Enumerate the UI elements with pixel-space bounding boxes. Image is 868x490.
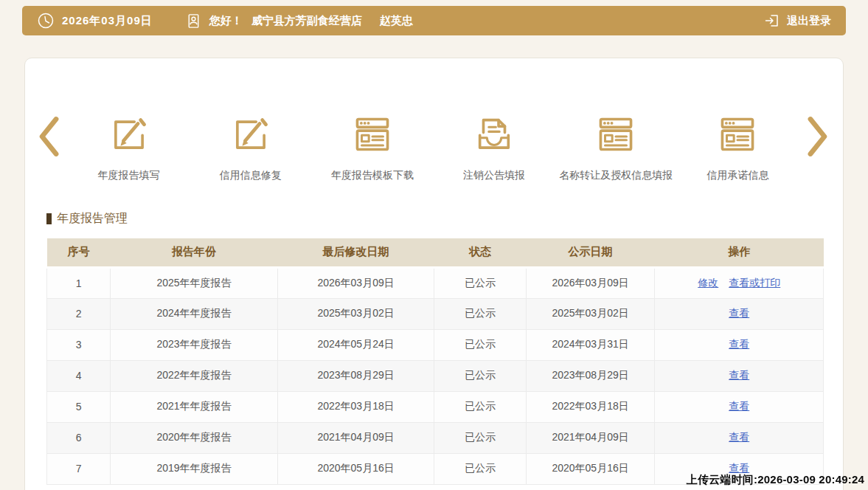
- cell-actions: 修改查看或打印: [655, 267, 824, 298]
- company-name: 威宁县方芳副食经营店: [251, 14, 362, 28]
- cell-report-year: 2020年年度报告: [111, 422, 277, 453]
- upload-timestamp-watermark: 上传云端时间:2026-03-09 20:49:24: [687, 473, 864, 487]
- cell-status: 已公示: [434, 267, 526, 298]
- form-icon: [351, 113, 394, 156]
- action-link[interactable]: 查看: [729, 307, 749, 319]
- cell-status: 已公示: [434, 360, 526, 391]
- clock-icon: [37, 12, 55, 30]
- action-link[interactable]: 查看: [729, 431, 749, 443]
- cell-publish-date: 2020年05月16日: [526, 453, 655, 484]
- cell-actions: 查看: [655, 360, 824, 391]
- action-link[interactable]: 修改: [698, 277, 718, 289]
- action-link[interactable]: 查看: [729, 462, 749, 474]
- cell-no: 6: [47, 422, 111, 453]
- logout-label: 退出登录: [787, 14, 831, 28]
- cell-status: 已公示: [434, 453, 526, 484]
- feature-item-年度报告模板下载[interactable]: 年度报告模板下载: [311, 113, 433, 182]
- action-link[interactable]: 查看或打印: [729, 277, 780, 289]
- feature-item-注销公告填报[interactable]: 注销公告填报: [434, 113, 555, 182]
- header-report-year: 报告年份: [111, 238, 277, 267]
- header-no: 序号: [47, 238, 111, 267]
- form-icon: [716, 113, 759, 156]
- cell-report-year: 2024年年度报告: [111, 298, 277, 329]
- cell-publish-date: 2021年04月09日: [526, 422, 655, 453]
- logout-button[interactable]: 退出登录: [763, 12, 831, 30]
- cell-status: 已公示: [434, 298, 526, 329]
- user-group: 您好！ 威宁县方芳副食经营店 赵英忠: [185, 12, 413, 30]
- table-row: 4 2022年年度报告 2023年08月29日 已公示 2023年08月29日 …: [47, 360, 824, 391]
- user-name: 赵英忠: [380, 14, 413, 28]
- inbox-icon: [473, 113, 515, 156]
- action-link[interactable]: 查看: [729, 369, 749, 381]
- cell-actions: 查看: [655, 422, 824, 453]
- annual-report-table: 序号 报告年份 最后修改日期 状态 公示日期 操作 1 2025年年度报告 20…: [46, 238, 824, 485]
- form-icon: [594, 113, 637, 156]
- carousel-right-arrow[interactable]: [803, 116, 833, 160]
- cell-actions: 查看: [655, 329, 824, 360]
- header-last-modified: 最后修改日期: [277, 238, 434, 267]
- cell-status: 已公示: [434, 422, 526, 453]
- cell-last-modified: 2020年05月16日: [277, 453, 434, 484]
- feature-carousel: 年度报告填写 信用信息修复 年度报告模板下载 注销公告填报 名称转让及授权信息填…: [25, 58, 843, 182]
- logout-icon: [763, 12, 781, 30]
- cell-last-modified: 2023年08月29日: [277, 360, 434, 391]
- edit-icon: [229, 113, 272, 156]
- cell-report-year: 2023年年度报告: [111, 329, 277, 360]
- cell-last-modified: 2024年05月24日: [277, 329, 434, 360]
- action-link[interactable]: 查看: [729, 400, 749, 412]
- section-title-text: 年度报告管理: [57, 211, 128, 227]
- cell-actions: 查看: [655, 391, 824, 422]
- table-row: 2 2024年年度报告 2025年03月02日 已公示 2025年03月02日 …: [47, 298, 824, 329]
- table-row: 6 2020年年度报告 2021年04月09日 已公示 2021年04月09日 …: [47, 422, 824, 453]
- title-bullet: [46, 213, 52, 224]
- feature-items: 年度报告填写 信用信息修复 年度报告模板下载 注销公告填报 名称转让及授权信息填…: [68, 113, 799, 182]
- header-publish-date: 公示日期: [526, 238, 655, 267]
- cell-last-modified: 2025年03月02日: [277, 298, 434, 329]
- cell-no: 2: [47, 298, 111, 329]
- date-group: 2026年03月09日: [37, 12, 153, 30]
- cell-actions: 查看: [655, 298, 824, 329]
- carousel-left-arrow[interactable]: [34, 116, 63, 160]
- table-row: 1 2025年年度报告 2026年03月09日 已公示 2026年03月09日 …: [47, 267, 824, 298]
- feature-item-信用信息修复[interactable]: 信用信息修复: [190, 113, 311, 182]
- action-link[interactable]: 查看: [729, 338, 749, 350]
- cell-report-year: 2021年年度报告: [111, 391, 277, 422]
- cell-no: 1: [47, 267, 111, 298]
- top-bar: 2026年03月09日 您好！ 威宁县方芳副食经营店 赵英忠 退出登录: [22, 6, 846, 35]
- table-row: 3 2023年年度报告 2024年05月24日 已公示 2024年03月31日 …: [47, 329, 824, 360]
- cell-status: 已公示: [434, 391, 526, 422]
- cell-report-year: 2019年年度报告: [111, 453, 277, 484]
- header-actions: 操作: [655, 238, 824, 267]
- id-badge-icon: [185, 12, 202, 30]
- cell-report-year: 2025年年度报告: [111, 267, 277, 298]
- cell-no: 5: [47, 391, 111, 422]
- cell-no: 4: [47, 360, 111, 391]
- feature-item-信用承诺信息[interactable]: 信用承诺信息: [677, 113, 799, 182]
- table-row: 5 2021年年度报告 2022年03月18日 已公示 2022年03月18日 …: [47, 391, 824, 422]
- cell-last-modified: 2022年03月18日: [277, 391, 434, 422]
- cell-publish-date: 2026年03月09日: [526, 267, 655, 298]
- cell-publish-date: 2023年08月29日: [526, 360, 655, 391]
- header-status: 状态: [434, 238, 526, 267]
- cell-publish-date: 2024年03月31日: [526, 329, 655, 360]
- feature-item-年度报告填写[interactable]: 年度报告填写: [68, 113, 190, 182]
- greeting-text: 您好！: [209, 14, 243, 28]
- cell-publish-date: 2025年03月02日: [526, 298, 655, 329]
- cell-no: 3: [47, 329, 111, 360]
- cell-last-modified: 2021年04月09日: [277, 422, 434, 453]
- current-date: 2026年03月09日: [62, 14, 153, 28]
- feature-item-名称转让及授权信息填报[interactable]: 名称转让及授权信息填报: [555, 113, 677, 182]
- edit-icon: [108, 113, 150, 156]
- cell-report-year: 2022年年度报告: [111, 360, 277, 391]
- main-panel: 年度报告填写 信用信息修复 年度报告模板下载 注销公告填报 名称转让及授权信息填…: [24, 58, 844, 490]
- section-title: 年度报告管理: [46, 211, 843, 227]
- cell-publish-date: 2022年03月18日: [526, 391, 655, 422]
- table-header-row: 序号 报告年份 最后修改日期 状态 公示日期 操作: [47, 238, 824, 267]
- cell-last-modified: 2026年03月09日: [277, 267, 434, 298]
- cell-status: 已公示: [434, 329, 526, 360]
- cell-no: 7: [47, 453, 111, 484]
